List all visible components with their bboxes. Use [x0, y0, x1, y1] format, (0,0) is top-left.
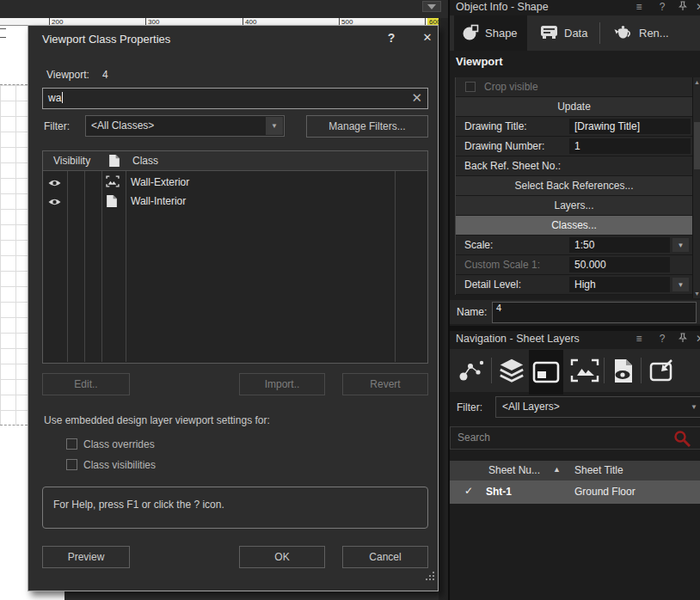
object-info-title: Object Info - Shape — [456, 1, 549, 13]
class-overrides-checkbox[interactable] — [66, 438, 77, 450]
ok-button[interactable]: OK — [239, 546, 325, 568]
sheet-title-column-header[interactable]: Sheet Title — [574, 464, 623, 476]
revert-button[interactable]: Revert — [342, 373, 428, 395]
close-icon[interactable]: ✕ — [421, 31, 434, 44]
custom-scale-field: 50.000 — [569, 257, 670, 272]
tab-shape[interactable]: Shape — [454, 15, 527, 51]
class-visibilities-checkbox[interactable] — [66, 459, 77, 470]
panel-pin-icon[interactable] — [676, 333, 690, 346]
table-header: Visibility Class — [43, 151, 427, 171]
table-row[interactable]: Wall-Exterior — [43, 173, 427, 192]
class-filter-dropdown[interactable]: <All Classes> ▼ — [85, 115, 285, 137]
sort-ascending-icon[interactable]: ▲ — [553, 465, 561, 474]
saved-views-icon[interactable] — [455, 352, 489, 389]
scale-dropdown[interactable]: 1:50 — [569, 237, 670, 253]
layer-filter-dropdown[interactable]: <All Layers> ▼ — [495, 396, 700, 418]
clear-search-icon[interactable]: ✕ — [411, 90, 422, 106]
drawing-number-row: Drawing Number: 1 — [456, 137, 692, 156]
text-caret — [62, 92, 63, 103]
drawing-title-row: Drawing Title: [Drawing Title] — [456, 117, 692, 137]
chevron-down-icon[interactable]: ▼ — [672, 278, 689, 291]
detail-level-dropdown[interactable]: High — [569, 277, 670, 292]
sheet-number: Sht-1 — [486, 486, 512, 498]
search-input-value: wa — [48, 92, 61, 104]
visibility-column-header[interactable]: Visibility — [53, 155, 90, 167]
tab-data[interactable]: Data — [531, 15, 597, 51]
chevron-down-icon[interactable]: ▼ — [672, 238, 689, 252]
edit-button[interactable]: Edit.. — [42, 373, 130, 395]
tab-render[interactable]: Ren... — [605, 15, 677, 51]
resize-grip[interactable] — [426, 572, 434, 580]
data-icon — [540, 25, 558, 42]
viewport-value: 4 — [102, 69, 108, 81]
scrollbar-thumb[interactable] — [694, 122, 700, 169]
navigation-title: Navigation - Sheet Layers — [456, 333, 580, 345]
chevron-down-icon[interactable]: ▼ — [266, 117, 283, 135]
viewports-icon[interactable] — [568, 352, 602, 389]
page-icon — [106, 194, 118, 211]
sheet-number-column-header[interactable]: Sheet Nu... — [488, 464, 540, 476]
custom-scale-row: Custom Scale 1: 50.000 — [456, 255, 692, 275]
classes-button[interactable]: Classes... — [456, 216, 692, 236]
panel-pin-icon[interactable] — [676, 1, 690, 14]
view-bar — [0, 0, 448, 18]
panel-close-icon[interactable]: ✕ — [693, 1, 700, 13]
drawing-number-field[interactable]: 1 — [569, 138, 691, 154]
select-back-references-button[interactable]: Select Back References... — [456, 176, 692, 196]
crop-visible-checkbox[interactable] — [465, 82, 476, 92]
back-ref-row: Back Ref. Sheet No.: — [456, 156, 692, 176]
detail-level-row: Detail Level: High ▼ — [456, 275, 692, 295]
search-icon — [673, 430, 691, 447]
object-info-scrollbar[interactable]: ▲ ▼ — [692, 77, 700, 298]
manage-filters-button[interactable]: Manage Filters... — [306, 115, 428, 138]
view-bar-dropdown-button[interactable] — [422, 1, 441, 12]
chevron-down-icon — [427, 4, 436, 9]
table-row[interactable]: Wall-Interior — [43, 192, 427, 211]
scroll-down-icon[interactable]: ▼ — [694, 291, 700, 297]
scroll-up-icon[interactable]: ▲ — [694, 79, 700, 85]
name-row: Name: 4 — [450, 300, 700, 324]
page-icon — [108, 154, 120, 170]
sheet-title: Ground Floor — [574, 486, 636, 498]
layers-button[interactable]: Layers... — [456, 196, 692, 216]
visibility-eye-icon[interactable] — [48, 178, 61, 190]
help-text-box: For Help, press F1 or click the ? icon. — [42, 487, 428, 529]
help-icon[interactable]: ? — [384, 31, 398, 45]
texture-class-icon — [106, 175, 120, 190]
application-window: 200 300 400 500 600 Viewport Class Prope… — [0, 0, 700, 600]
sheet-layers-icon[interactable] — [529, 350, 563, 395]
panel-menu-icon[interactable]: ≡ — [632, 1, 646, 13]
class-search-input[interactable]: wa ✕ — [42, 88, 428, 109]
cancel-button[interactable]: Cancel — [342, 546, 428, 568]
preview-button[interactable]: Preview — [42, 546, 130, 568]
dialog-title: Viewport Class Properties — [42, 33, 170, 46]
panel-help-icon[interactable]: ? — [655, 1, 669, 13]
layer-filter-value: <All Layers> — [502, 401, 560, 413]
embedded-settings-text: Use embedded design layer viewport setti… — [44, 414, 270, 426]
update-button[interactable]: Update — [456, 97, 692, 117]
class-column-header[interactable]: Class — [132, 155, 158, 167]
vertical-ruler — [0, 25, 9, 42]
panel-divider — [450, 326, 700, 331]
chevron-down-icon[interactable]: ▼ — [691, 403, 697, 411]
references-icon[interactable] — [644, 352, 679, 389]
panel-menu-icon[interactable]: ≡ — [632, 333, 646, 345]
name-label: Name: — [457, 306, 487, 318]
right-dock: Object Info - Shape ≡ ? ✕ Shape Data — [448, 0, 700, 600]
name-field[interactable]: 4 — [492, 302, 697, 323]
sheet-search-input[interactable]: Search — [450, 426, 700, 450]
class-visibility-table: Visibility Class Wall-Exterior — [42, 150, 428, 364]
sheet-row-selected[interactable]: ✓ Sht-1 Ground Floor — [450, 481, 700, 504]
import-button[interactable]: Import.. — [239, 373, 325, 395]
panel-help-icon[interactable]: ? — [655, 333, 669, 345]
layer-visibility-icon[interactable] — [607, 352, 642, 389]
drawing-title-field[interactable]: [Drawing Title] — [569, 119, 691, 134]
crop-visible-label: Crop visible — [484, 81, 538, 93]
design-layers-icon[interactable] — [494, 352, 529, 389]
viewport-class-properties-dialog: Viewport Class Properties ? ✕ Viewport: … — [28, 25, 439, 591]
scale-row: Scale: 1:50 ▼ — [456, 236, 692, 255]
search-placeholder: Search — [457, 432, 490, 444]
visibility-eye-icon[interactable] — [48, 197, 61, 209]
panel-close-icon[interactable]: ✕ — [693, 333, 700, 345]
canvas-background — [64, 591, 439, 600]
